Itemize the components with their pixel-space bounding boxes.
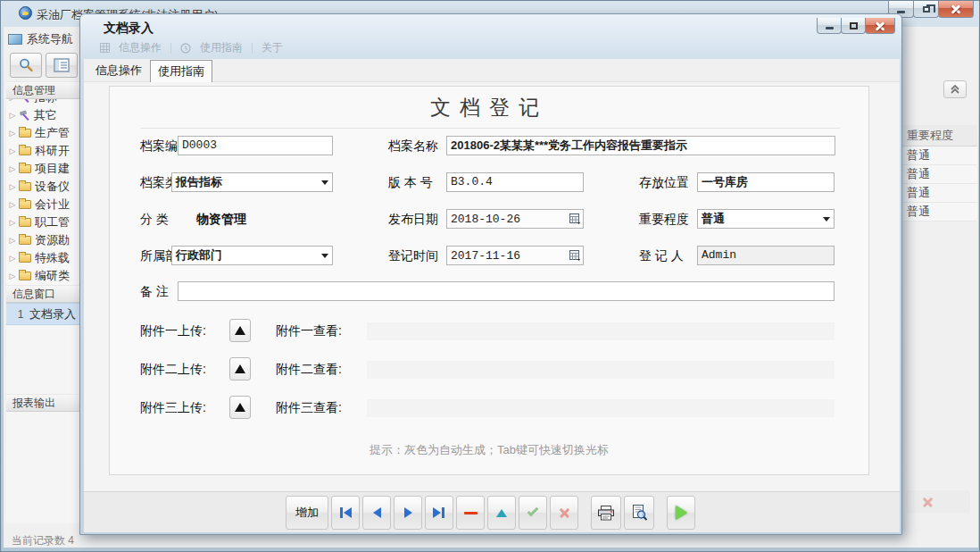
dialog-close-button[interactable]: [865, 18, 895, 34]
expand-icon[interactable]: ▷: [6, 129, 19, 138]
expand-icon[interactable]: ▷: [6, 254, 19, 263]
cancel-record-button[interactable]: [550, 496, 578, 530]
calendar-picker-button[interactable]: [567, 247, 583, 264]
tree-item[interactable]: ▷项目建: [6, 160, 81, 178]
register-time-input[interactable]: 2017-11-16: [446, 246, 584, 265]
category-value: 物资管理: [196, 209, 246, 230]
collapse-panel-button[interactable]: [943, 80, 967, 98]
tree-item[interactable]: ▷其它: [6, 106, 81, 124]
add-record-button[interactable]: 增加: [286, 496, 328, 530]
expand-icon[interactable]: ▷: [6, 164, 19, 173]
calendar-picker-button[interactable]: [567, 210, 583, 228]
upload-icon: [235, 326, 245, 335]
archive-type-combo[interactable]: 报告指标: [171, 172, 333, 192]
folder-icon: [19, 272, 31, 280]
post-record-button[interactable]: [519, 496, 547, 530]
tree-item[interactable]: ▷生产管: [6, 124, 81, 142]
attachment3-view-field[interactable]: [367, 399, 835, 417]
print-button[interactable]: [591, 496, 621, 530]
main-restore-button[interactable]: [913, 1, 939, 18]
expand-icon[interactable]: ▷: [6, 236, 19, 245]
dialog-maximize-button[interactable]: [841, 18, 866, 34]
location-input[interactable]: 一号库房: [697, 172, 835, 192]
record-count-status: 当前记录数 4: [12, 533, 74, 548]
expand-icon[interactable]: ▷: [6, 146, 19, 155]
info-window-item-selected[interactable]: 1 文档录入: [6, 303, 81, 325]
row-label: 文档录入: [29, 306, 76, 322]
archive-tree: ▷指标 ▷其它 ▷生产管 ▷科研开 ▷项目建 ▷设备仪 ▷会计业 ▷职工管 ▷资…: [6, 99, 81, 285]
tree-item[interactable]: ▷编研类: [6, 267, 81, 285]
tab-info-ops[interactable]: 信息操作: [89, 59, 148, 82]
folder-icon: [19, 218, 31, 227]
tool-icon: [19, 99, 30, 104]
dialog-minimize-button[interactable]: [817, 18, 842, 34]
last-record-icon: [433, 507, 445, 518]
delete-record-button[interactable]: [456, 496, 485, 530]
register-time-label: 登记时间: [388, 246, 438, 266]
combo-value: 报告指标: [172, 174, 318, 190]
folder-icon: [19, 254, 31, 263]
prev-record-button[interactable]: [362, 496, 391, 530]
attachment1-upload-button[interactable]: [229, 319, 251, 342]
grid-cell[interactable]: 普通: [902, 184, 977, 203]
folder-icon: [19, 200, 31, 209]
menu-item-info-ops[interactable]: 信息操作: [119, 40, 162, 55]
grid-cell[interactable]: 普通: [902, 165, 977, 184]
importance-combo[interactable]: 普通: [697, 209, 835, 229]
department-combo[interactable]: 行政部门: [171, 246, 333, 265]
attachment3-view-label: 附件三查看:: [276, 397, 342, 418]
clock-menu-icon: [180, 43, 191, 54]
background-cancel-button[interactable]: [906, 490, 970, 513]
version-label: 版 本 号: [388, 172, 433, 193]
attachment2-view-field[interactable]: [367, 361, 835, 379]
archive-no-input[interactable]: D0003: [178, 136, 333, 155]
expand-icon[interactable]: ▷: [6, 200, 19, 209]
menu-item-guide[interactable]: 使用指南: [200, 40, 243, 55]
tree-item[interactable]: ▷特殊载: [6, 249, 81, 267]
system-nav-label: 系统导航: [27, 31, 73, 47]
upload-icon: [235, 364, 245, 373]
chevron-down-icon[interactable]: [318, 173, 332, 191]
tree-item[interactable]: ▷设备仪: [6, 178, 81, 196]
execute-button[interactable]: [667, 496, 695, 530]
tree-item[interactable]: ▷指标: [6, 99, 81, 106]
tree-item-label: 生产管: [35, 125, 70, 141]
attachment3-upload-label: 附件三上传:: [140, 397, 206, 418]
next-record-button[interactable]: [394, 496, 422, 530]
upload-icon: [235, 403, 245, 412]
preview-button[interactable]: [624, 496, 654, 530]
tree-item[interactable]: ▷职工管: [6, 213, 81, 231]
close-icon: [951, 4, 961, 14]
attachment2-upload-button[interactable]: [229, 357, 251, 381]
registrant-input[interactable]: Admin: [697, 246, 835, 265]
tab-guide[interactable]: 使用指南: [150, 60, 212, 82]
minimize-icon: [897, 11, 905, 13]
attachment1-view-field[interactable]: [367, 322, 835, 340]
version-input[interactable]: B3.0.4: [446, 172, 584, 192]
grid-cell[interactable]: 普通: [902, 203, 977, 222]
edit-record-button[interactable]: [487, 496, 516, 530]
menu-item-about[interactable]: 关于: [262, 40, 283, 55]
chevron-down-icon[interactable]: [318, 247, 332, 264]
publish-date-input[interactable]: 2018-10-26: [446, 209, 584, 229]
expand-icon[interactable]: ▷: [6, 218, 19, 227]
expand-icon[interactable]: ▷: [6, 111, 19, 120]
search-button[interactable]: [10, 53, 42, 78]
next-record-icon: [404, 507, 412, 518]
grid-cell[interactable]: 普通: [902, 146, 977, 165]
preview-icon: [631, 505, 648, 521]
chevron-down-icon[interactable]: [819, 210, 834, 228]
archive-name-input[interactable]: 201806-2某某某***党务工作内容报告重要指示: [446, 136, 835, 155]
last-record-button[interactable]: [425, 496, 453, 530]
expand-icon[interactable]: ▷: [6, 272, 19, 280]
tree-item[interactable]: ▷资源勘: [6, 231, 81, 249]
attachment3-upload-button[interactable]: [229, 396, 251, 419]
remark-input[interactable]: [178, 281, 835, 301]
expand-icon[interactable]: ▷: [6, 182, 19, 191]
form-view-button[interactable]: [46, 53, 78, 78]
tree-item[interactable]: ▷科研开: [6, 142, 81, 160]
expand-icon[interactable]: ▷: [6, 99, 19, 102]
tree-item[interactable]: ▷会计业: [6, 196, 81, 213]
first-record-button[interactable]: [331, 496, 360, 530]
main-close-button[interactable]: [938, 1, 974, 18]
